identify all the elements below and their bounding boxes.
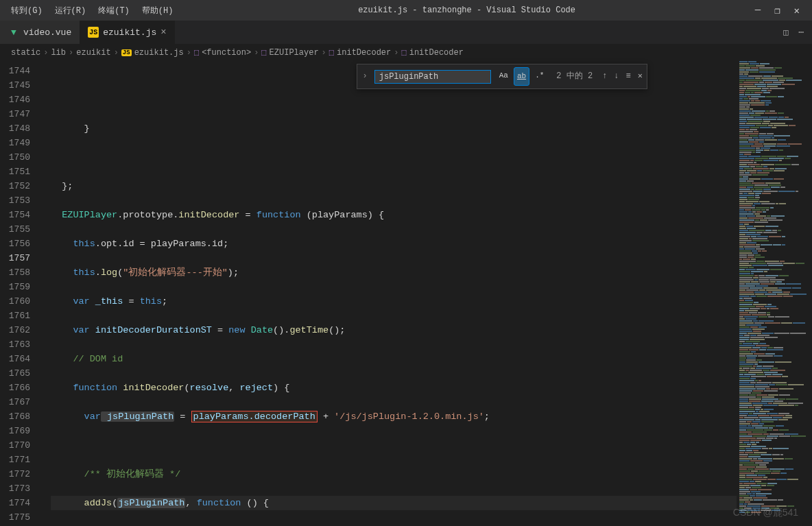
close-icon[interactable]: ✕ bbox=[794, 5, 800, 16]
chevron-right-icon: › bbox=[322, 48, 326, 58]
minimize-icon[interactable]: ─ bbox=[755, 5, 761, 16]
tabs-bar: ▼ video.vue JS ezuikit.js × ◫ ⋯ bbox=[0, 21, 812, 45]
breadcrumb: static › lib › ezuikit › JSezuikit.js › … bbox=[0, 45, 812, 61]
regex-icon[interactable]: .* bbox=[532, 67, 547, 86]
tab-ezuikit-js[interactable]: JS ezuikit.js × bbox=[80, 21, 174, 44]
window-controls: ─ ❐ ✕ bbox=[755, 5, 807, 16]
symbol-icon: ⬚ bbox=[261, 47, 266, 58]
vue-icon: ▼ bbox=[8, 27, 19, 38]
line-numbers: 1744174517461747174817491750175117521753… bbox=[0, 61, 43, 526]
chevron-right-icon: › bbox=[254, 48, 259, 58]
find-results: 2 中的 2 bbox=[552, 69, 597, 84]
breadcrumb-item[interactable]: ezuikit bbox=[76, 48, 110, 58]
window-title: ezuikit.js - tanzhonghe - Visual Studio … bbox=[178, 5, 754, 15]
symbol-icon: ⬚ bbox=[194, 47, 199, 58]
symbol-icon: ⬚ bbox=[401, 47, 406, 58]
chevron-right-icon: › bbox=[394, 48, 398, 58]
breadcrumb-item[interactable]: ⬚<function> bbox=[194, 47, 251, 58]
editor[interactable]: 1744174517461747174817491750175117521753… bbox=[0, 61, 812, 526]
tab-label: video.vue bbox=[23, 27, 71, 38]
breadcrumb-item[interactable]: ⬚initDecoder bbox=[401, 47, 463, 58]
find-next-icon[interactable]: ↓ bbox=[614, 69, 619, 84]
js-icon: JS bbox=[88, 27, 99, 38]
js-icon: JS bbox=[121, 49, 132, 56]
breadcrumb-item[interactable]: JSezuikit.js bbox=[121, 48, 184, 58]
maximize-icon[interactable]: ❐ bbox=[774, 5, 780, 16]
breadcrumb-item[interactable]: ⬚EZUIPlayer bbox=[261, 47, 318, 58]
menu-run[interactable]: 运行(R) bbox=[49, 2, 92, 19]
symbol-icon: ⬚ bbox=[329, 47, 334, 58]
menu-terminal[interactable]: 终端(T) bbox=[93, 2, 135, 19]
match-case-icon[interactable]: Aa bbox=[497, 67, 511, 86]
expand-replace-icon[interactable]: › bbox=[361, 68, 369, 85]
chevron-right-icon: › bbox=[187, 48, 191, 58]
more-actions-icon[interactable]: ⋯ bbox=[798, 27, 804, 38]
match-whole-word-icon[interactable]: ab bbox=[514, 67, 529, 86]
breadcrumb-item[interactable]: static bbox=[11, 48, 40, 58]
chevron-right-icon: › bbox=[114, 48, 119, 58]
chevron-right-icon: › bbox=[43, 48, 48, 58]
minimap[interactable] bbox=[737, 61, 812, 526]
find-input[interactable] bbox=[374, 70, 491, 84]
tab-label: ezuikit.js bbox=[103, 27, 156, 38]
tab-close-icon[interactable]: × bbox=[160, 27, 166, 38]
find-close-icon[interactable]: ✕ bbox=[638, 69, 643, 84]
menu-bar: 转到(G) 运行(R) 终端(T) 帮助(H) bbox=[5, 2, 178, 19]
menu-help[interactable]: 帮助(H) bbox=[136, 2, 179, 19]
split-editor-icon[interactable]: ◫ bbox=[783, 27, 789, 38]
find-widget: › Aa ab .* 2 中的 2 ↑ ↓ ≡ ✕ bbox=[357, 64, 647, 89]
title-bar: 转到(G) 运行(R) 终端(T) 帮助(H) ezuikit.js - tan… bbox=[0, 0, 812, 21]
find-selection-icon[interactable]: ≡ bbox=[626, 69, 631, 84]
chevron-right-icon: › bbox=[69, 48, 73, 58]
find-prev-icon[interactable]: ↑ bbox=[602, 69, 607, 84]
code-content[interactable]: › Aa ab .* 2 中的 2 ↑ ↓ ≡ ✕ } }; EZUIPlaye… bbox=[43, 61, 737, 526]
menu-goto[interactable]: 转到(G) bbox=[5, 2, 48, 19]
breadcrumb-item[interactable]: lib bbox=[51, 48, 66, 58]
tab-actions: ◫ ⋯ bbox=[783, 21, 812, 44]
tab-video-vue[interactable]: ▼ video.vue bbox=[0, 21, 80, 44]
watermark: CSDN @鹿541 bbox=[733, 507, 798, 519]
breadcrumb-item[interactable]: ⬚initDecoder bbox=[329, 47, 391, 58]
